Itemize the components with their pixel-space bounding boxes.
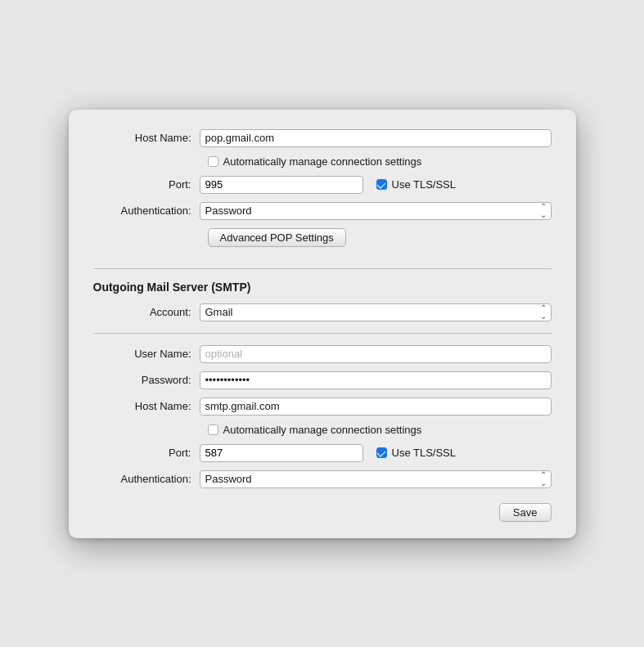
outgoing-password-label: Password: bbox=[93, 374, 200, 386]
incoming-tls-label: Use TLS/SSL bbox=[392, 178, 457, 191]
outgoing-port-row: Port: Use TLS/SSL bbox=[93, 444, 552, 462]
outgoing-password-row: Password: bbox=[93, 371, 552, 389]
incoming-port-label: Port: bbox=[93, 178, 200, 191]
outgoing-username-row: User Name: bbox=[93, 345, 552, 363]
outgoing-auto-manage-checkbox[interactable] bbox=[208, 425, 218, 435]
incoming-port-input[interactable] bbox=[200, 176, 363, 194]
incoming-auto-manage-text: Automatically manage connection settings bbox=[223, 155, 422, 168]
advanced-button-container: Advanced POP Settings bbox=[93, 228, 552, 257]
incoming-auto-manage-checkbox[interactable] bbox=[208, 156, 218, 167]
incoming-port-row: Port: Use TLS/SSL bbox=[93, 176, 552, 194]
outgoing-host-row: Host Name: bbox=[93, 398, 552, 416]
outgoing-account-row: Account: Gmail Add Server Account... ⌃⌄ bbox=[93, 303, 552, 321]
outgoing-password-input[interactable] bbox=[200, 371, 552, 389]
outgoing-host-label: Host Name: bbox=[93, 400, 200, 412]
outgoing-username-input[interactable] bbox=[200, 345, 552, 363]
incoming-auth-select-wrapper: Password MD5 Challenge-Response NTLM Ker… bbox=[200, 202, 552, 220]
outgoing-auto-manage-text: Automatically manage connection settings bbox=[223, 424, 422, 436]
incoming-host-row: Host Name: bbox=[93, 129, 552, 147]
incoming-tls-group: Use TLS/SSL bbox=[376, 178, 457, 191]
outgoing-section-header: Outgoing Mail Server (SMTP) bbox=[93, 281, 552, 294]
outgoing-username-label: User Name: bbox=[93, 348, 200, 360]
outgoing-auto-manage-row: Automatically manage connection settings bbox=[208, 424, 552, 436]
outgoing-account-label: Account: bbox=[93, 306, 200, 318]
incoming-host-label: Host Name: bbox=[93, 132, 200, 144]
outgoing-tls-label: Use TLS/SSL bbox=[392, 447, 457, 459]
save-button[interactable]: Save bbox=[499, 503, 552, 522]
settings-window: Host Name: Automatically manage connecti… bbox=[69, 110, 576, 538]
outgoing-tls-checkbox[interactable] bbox=[376, 447, 387, 458]
outgoing-host-input[interactable] bbox=[200, 398, 552, 416]
incoming-auto-manage-row: Automatically manage connection settings bbox=[208, 155, 552, 168]
incoming-auth-select[interactable]: Password MD5 Challenge-Response NTLM Ker… bbox=[200, 202, 552, 220]
incoming-auto-manage-checkbox-label[interactable]: Automatically manage connection settings bbox=[208, 155, 422, 168]
advanced-pop-settings-button[interactable]: Advanced POP Settings bbox=[208, 228, 346, 247]
outgoing-auth-select[interactable]: Password MD5 Challenge-Response NTLM Ker… bbox=[200, 470, 552, 488]
outgoing-auto-manage-checkbox-label[interactable]: Automatically manage connection settings bbox=[208, 424, 422, 436]
save-button-container: Save bbox=[93, 496, 552, 522]
outgoing-account-select-wrapper: Gmail Add Server Account... ⌃⌄ bbox=[200, 303, 552, 321]
outgoing-inner-divider bbox=[93, 333, 552, 334]
outgoing-auth-label: Authentication: bbox=[93, 473, 200, 485]
outgoing-auth-select-wrapper: Password MD5 Challenge-Response NTLM Ker… bbox=[200, 470, 552, 488]
outgoing-tls-group: Use TLS/SSL bbox=[376, 447, 457, 459]
incoming-auth-label: Authentication: bbox=[93, 204, 200, 217]
outgoing-auth-row: Authentication: Password MD5 Challenge-R… bbox=[93, 470, 552, 488]
incoming-auth-row: Authentication: Password MD5 Challenge-R… bbox=[93, 202, 552, 220]
outgoing-port-label: Port: bbox=[93, 447, 200, 459]
outgoing-port-input[interactable] bbox=[200, 444, 363, 462]
incoming-host-input[interactable] bbox=[200, 129, 552, 147]
section-divider bbox=[93, 268, 552, 269]
outgoing-account-select[interactable]: Gmail Add Server Account... bbox=[200, 303, 552, 321]
incoming-tls-checkbox[interactable] bbox=[376, 179, 387, 190]
